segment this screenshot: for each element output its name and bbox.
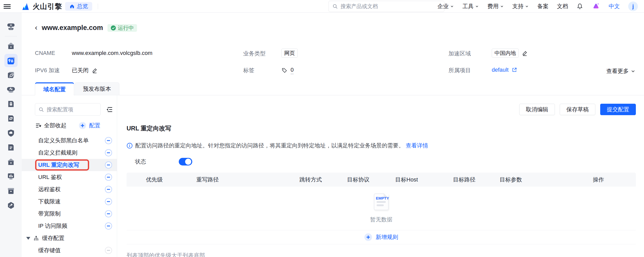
chevron-down-icon — [631, 69, 635, 73]
nav-support[interactable]: 支持 — [512, 3, 529, 10]
config-item-url-auth[interactable]: URL 鉴权 — [22, 171, 117, 183]
left-icon-rail — [0, 13, 22, 257]
config-item-ip-rate-limit[interactable]: IP 访问限频 — [22, 220, 117, 232]
minus-icon[interactable] — [105, 161, 112, 169]
tab-domain-config[interactable]: 域名配置 — [35, 82, 74, 95]
col-actions: 操作 — [573, 176, 636, 184]
config-sidebar: 全部收起 配置 自定义头部黑白名单 自定义拦截规则 URL 重定 — [22, 95, 117, 257]
region-value: 中国内地 — [492, 49, 519, 58]
save-draft-button[interactable]: 保存草稿 — [560, 104, 595, 115]
origin-home-icon[interactable] — [4, 155, 18, 169]
brand-logo[interactable]: 火山引擎 — [21, 2, 62, 11]
submit-config-button[interactable]: 提交配置 — [600, 104, 636, 115]
chevron-down-icon — [450, 4, 454, 8]
home-icon[interactable] — [4, 39, 18, 53]
ai-assistant-icon[interactable] — [592, 3, 600, 10]
minus-icon[interactable] — [105, 149, 112, 156]
chevron-down-icon — [500, 4, 504, 8]
priority-footnote: 列表顶部的优先级大于列表底部 — [127, 252, 636, 257]
view-details-link[interactable]: 查看详情 — [406, 142, 428, 149]
config-item-custom-block-rules[interactable]: 自定义拦截规则 — [22, 147, 117, 159]
tag-count[interactable]: 0 — [291, 67, 294, 74]
doc-lock-icon[interactable] — [4, 97, 18, 111]
domain-config-icon[interactable] — [4, 54, 18, 67]
empty-state: EMPTY 暂无数据 — [127, 187, 636, 230]
collapse-all-label[interactable]: 全部收起 — [44, 122, 66, 129]
minus-icon[interactable] — [105, 174, 112, 181]
status-toggle[interactable] — [179, 158, 192, 165]
config-group-cache[interactable]: 缓存配置 — [22, 232, 117, 244]
redirect-rules-table: 优先级 重写路径 跳转方式 目标协议 目标Host 目标路径 目标参数 操作 E… — [127, 173, 636, 244]
nav-billing[interactable]: 费用 — [487, 3, 504, 10]
config-search-box[interactable] — [35, 103, 101, 116]
config-item-bandwidth-limit[interactable]: 带宽限制 — [22, 208, 117, 220]
cancel-edit-button[interactable]: 取消编辑 — [519, 104, 555, 115]
edit-region-icon[interactable] — [522, 50, 528, 56]
config-item-cache-key[interactable]: 缓存键值 — [22, 244, 117, 256]
config-item-download-speed-limit[interactable]: 下载限速 — [22, 195, 117, 208]
add-config-button[interactable]: 配置 — [79, 122, 100, 129]
info-icon — [127, 143, 133, 149]
col-target-path: 目标路径 — [434, 176, 480, 184]
collapse-panel-icon[interactable] — [106, 106, 113, 113]
rocket-icon[interactable] — [4, 68, 18, 82]
chevron-down-icon — [26, 237, 30, 240]
nav-tools[interactable]: 工具 — [462, 3, 479, 10]
product-search-input[interactable] — [340, 3, 441, 9]
minus-icon[interactable] — [105, 222, 112, 230]
project-link[interactable]: default — [492, 67, 509, 73]
volcano-logo-icon — [21, 2, 31, 11]
hamburger-menu-icon[interactable] — [4, 3, 11, 9]
minus-icon[interactable] — [105, 198, 112, 205]
col-rewrite-path: 重写路径 — [177, 176, 280, 184]
edit-ipv6-icon[interactable] — [92, 67, 98, 73]
minus-icon[interactable] — [105, 137, 112, 144]
col-target-params: 目标参数 — [480, 176, 573, 184]
cname-value: www.example.com.volcgslb.com — [72, 50, 153, 56]
overview-label: 总览 — [77, 3, 88, 10]
nav-enterprise[interactable]: 企业 — [437, 3, 454, 10]
monitor-chart-icon[interactable] — [4, 170, 18, 183]
region-label: 加速区域 — [448, 50, 471, 57]
back-icon[interactable]: ‹ — [35, 24, 37, 31]
archive-box-icon[interactable] — [4, 184, 18, 198]
tab-pre-release[interactable]: 预发布版本 — [75, 82, 119, 95]
minus-icon[interactable] — [105, 210, 112, 217]
nav-icp[interactable]: 备案 — [537, 3, 549, 10]
cloud-pulse-icon[interactable] — [4, 83, 18, 96]
domain-detail-header: ‹ www.example.com 运行中 CNAME www.example.… — [22, 13, 644, 95]
shield-icon[interactable] — [4, 126, 18, 140]
overview-button[interactable]: 总览 — [65, 2, 92, 11]
add-rule-button[interactable]: 新增规则 — [127, 230, 636, 244]
view-more-button[interactable]: 查看更多 — [606, 67, 635, 75]
cdn-node-icon[interactable] — [4, 20, 18, 33]
nav-docs[interactable]: 文档 — [557, 3, 568, 10]
config-item-remote-auth[interactable]: 远程鉴权 — [22, 183, 117, 195]
product-search-box[interactable] — [328, 1, 444, 12]
external-link-icon[interactable] — [512, 67, 517, 73]
ipv6-label: IPV6 加速 — [35, 67, 60, 74]
doc-lines-icon[interactable] — [4, 141, 18, 154]
page-title: www.example.com — [42, 24, 103, 32]
doc-sync-icon[interactable] — [4, 112, 18, 125]
col-target-host: 目标Host — [376, 176, 434, 184]
tags-label: 标签 — [243, 67, 254, 74]
collapse-all-icon — [35, 122, 42, 129]
minus-icon[interactable] — [105, 186, 112, 193]
section-description: 配置访问路径的重定向地址。针对您指定的访问路径，将其重定向到特定地址，以满足特定… — [127, 142, 636, 149]
config-item-url-redirect[interactable]: URL 重定向改写 — [22, 159, 117, 171]
chevron-down-icon — [525, 4, 529, 8]
config-search-input[interactable] — [47, 107, 97, 113]
table-header-row: 优先级 重写路径 跳转方式 目标协议 目标Host 目标路径 目标参数 操作 — [127, 173, 636, 187]
user-avatar[interactable]: j — [628, 2, 638, 11]
tag-icon — [281, 67, 287, 73]
config-item-custom-header-list[interactable]: 自定义头部黑白名单 — [22, 134, 117, 147]
hexagon-share-icon[interactable] — [4, 199, 18, 212]
col-redirect-mode: 跳转方式 — [280, 176, 328, 184]
config-main-panel: 取消编辑 保存草稿 提交配置 URL 重定向改写 配置访问路径的重定向地址。针对… — [117, 95, 644, 257]
notification-bell-icon[interactable] — [577, 3, 583, 10]
empty-doc-icon: EMPTY — [374, 193, 389, 210]
biz-type-label: 业务类型 — [243, 50, 266, 57]
tree-icon — [33, 235, 39, 241]
language-switcher[interactable]: 中文 — [609, 3, 620, 10]
